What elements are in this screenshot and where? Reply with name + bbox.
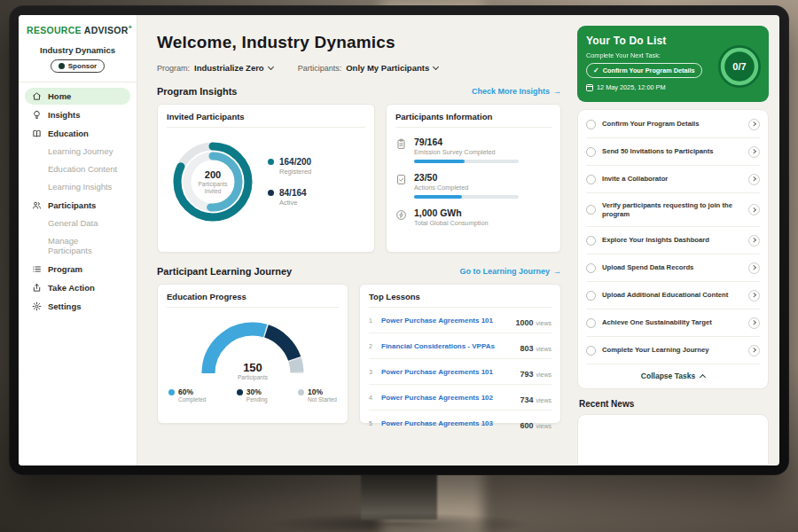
sidebar-item-insights[interactable]: Insights [25,106,130,123]
task-checkbox[interactable] [586,205,596,215]
task-expand-button[interactable] [748,146,760,158]
chevron-right-icon [752,239,756,243]
sidebar-item-education[interactable]: Education [25,125,130,142]
filter-value-dropdown[interactable]: Only My Participants [346,63,438,73]
sidebar-item-settings[interactable]: Settings [25,298,130,315]
legend-dot-icon [237,389,243,395]
sidebar-item-manage-participants[interactable]: Manage Participants [25,233,130,259]
lesson-row: 4Power Purchase Agreements 102734views [369,385,552,411]
sidebar-item-learning-insights[interactable]: Learning Insights [25,179,130,195]
chevron-right-icon [752,293,756,298]
recent-news-card [577,414,769,466]
stat-emission-survey-completed: 79/164Emission Survey Completed [395,137,552,163]
task-label: Complete Your Learning Journey [602,346,742,355]
program-insights-heading: Program Insights [157,86,237,97]
task-item-complete-your-learning-journey[interactable]: Complete Your Learning Journey [586,337,760,364]
task-expand-button[interactable] [748,174,760,185]
sponsor-badge[interactable]: Sponsor [51,59,105,73]
go-to-learning-journey-link[interactable]: Go to Learning Journey → [459,267,561,276]
task-checkbox[interactable] [586,175,596,184]
legend-label: Not Started [308,396,337,403]
task-item-upload-additional-educational-content[interactable]: Upload Additional Educational Content [586,282,760,309]
legend-label: Pending [246,396,268,403]
lessons-card-title: Top Lessons [369,292,552,308]
sidebar-item-take-action[interactable]: Take Action [25,279,130,296]
task-expand-button[interactable] [748,235,760,246]
legend-item-not-started: 10%Not Started [298,387,337,403]
lesson-link[interactable]: Power Purchase Agreements 102 [381,394,513,402]
invited-card-title: Invited Participants [167,112,365,128]
legend-dot-icon [298,389,304,395]
stat-label: Total Global Consumption [414,219,489,227]
filter-label: Program: [157,64,190,73]
task-checkbox[interactable] [586,263,596,273]
logo-advisor: ADVISOR [84,25,129,35]
check-icon: ✓ [593,66,599,74]
task-item-confirm-your-program-details[interactable]: Confirm Your Program Details [586,111,760,138]
task-expand-button[interactable] [748,262,760,274]
lesson-link[interactable]: Power Purchase Agreements 103 [381,419,513,427]
sidebar-item-education-content[interactable]: Education Content [25,161,130,177]
task-expand-button[interactable] [748,119,760,130]
task-checkbox[interactable] [586,346,596,356]
todo-task-list: Confirm Your Program DetailsSend 50 Invi… [577,109,769,389]
collapse-tasks-button[interactable]: Collapse Tasks [586,364,760,387]
education-gauge-chart: 150 Participants [196,315,309,380]
filter-value-dropdown[interactable]: Industrialize Zero [194,63,273,73]
lesson-rank: 4 [369,395,375,401]
arrow-right-icon: → [553,267,561,276]
task-item-invite-a-collaborator[interactable]: Invite a Collaborator [586,166,760,193]
lesson-views: 734views [520,390,552,406]
task-expand-button[interactable] [748,345,760,356]
invited-participants-card: Invited Participants 200 [157,104,375,253]
stat-label: Actions Completed [414,184,519,192]
photo-background: RESOURCE ADVISOR+ Industry Dynamics Spon… [0,0,798,532]
task-item-verify-participants-requesting-to-join-the-program[interactable]: Verify participants requesting to join t… [586,193,760,227]
task-checkbox[interactable] [586,291,596,301]
task-item-achieve-one-sustainability-target[interactable]: Achieve One Sustainability Target [586,309,760,337]
sidebar-nav: HomeInsightsEducationLearning JourneyEdu… [25,88,130,315]
filter-label: Participants: [298,64,342,73]
sidebar-item-learning-journey[interactable]: Learning Journey [25,144,130,160]
sidebar-item-label: Learning Insights [48,182,112,192]
task-checkbox[interactable] [586,120,596,129]
progress-bar [414,195,519,199]
task-checkbox[interactable] [586,318,596,328]
legend-label: Active [279,199,307,207]
sidebar-item-program[interactable]: Program [25,261,130,278]
task-label: Upload Spend Data Records [602,263,742,272]
task-label: Send 50 Invitations to Participants [602,147,742,156]
lesson-link[interactable]: Financial Considerations - VPPAs [381,342,513,350]
check-more-insights-link[interactable]: Check More Insights → [472,87,561,96]
info-stat-list: 79/164Emission Survey Completed23/50Acti… [395,137,552,227]
task-checkbox[interactable] [586,147,596,157]
top-lessons-card: Top Lessons 1Power Purchase Agreements 1… [359,284,561,424]
legend-dot-icon [268,159,274,165]
progress-bar-fill [414,195,462,199]
lesson-rank: 3 [369,369,375,375]
education-legend: 60%Completed30%Pending10%Not Started [167,387,339,403]
task-checkbox[interactable] [586,236,596,246]
task-item-explore-your-insights-dashboard[interactable]: Explore Your Insights Dashboard [586,227,760,254]
lesson-views: 1000views [515,313,552,329]
next-task-chip[interactable]: ✓ Confirm Your Program Details [586,63,702,78]
sidebar-item-home[interactable]: Home [25,88,130,105]
legend-item-active: 84/164Active [268,188,311,207]
task-item-send-50-invitations-to-participants[interactable]: Send 50 Invitations to Participants [586,138,760,166]
sidebar-item-general-data[interactable]: General Data [25,215,130,231]
task-item-upload-spend-data-records[interactable]: Upload Spend Data Records [586,254,760,282]
sponsor-badge-label: Sponsor [68,62,97,70]
learning-journey-heading: Participant Learning Journey [157,266,292,277]
sidebar-item-label: Insights [48,110,80,120]
sidebar-item-label: Home [48,91,71,101]
page-title: Welcome, Industry Dynamics [157,33,561,52]
lesson-link[interactable]: Power Purchase Agreements 101 [381,317,509,325]
task-expand-button[interactable] [748,290,760,301]
task-expand-button[interactable] [748,204,760,215]
sidebar-item-label: Learning Journey [48,146,113,156]
lesson-link[interactable]: Power Purchase Agreements 101 [381,368,513,376]
sidebar-item-participants[interactable]: Participants [25,197,130,214]
legend-label: Completed [178,396,206,403]
task-expand-button[interactable] [748,317,760,329]
chevron-right-icon [752,177,756,182]
